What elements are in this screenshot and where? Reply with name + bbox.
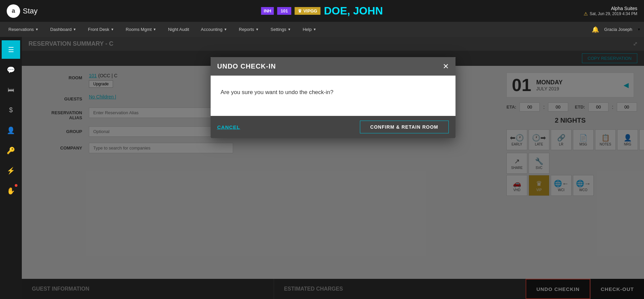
- content-panel: RESERVATION SUMMARY - C ⤢ COPY RESERVATI…: [22, 37, 644, 299]
- nav-dashboard-label: Dashboard: [50, 27, 72, 32]
- undo-checkin-modal: UNDO CHECK-IN ✕ Are you sure you want to…: [211, 57, 455, 138]
- sidebar-badge: [15, 184, 17, 187]
- datetime-text: Sat, Jun 29, 2019 4:34 PM: [590, 11, 637, 16]
- sidebar-key-icon[interactable]: 🔑: [2, 141, 20, 160]
- nav-frontdesk[interactable]: Front Desk ▼: [83, 24, 119, 35]
- nav-frontdesk-label: Front Desk: [88, 27, 109, 32]
- user-arrow: ▼: [637, 28, 641, 31]
- nav-rooms-arrow: ▼: [153, 28, 156, 31]
- modal-cancel-button[interactable]: CANCEL: [217, 124, 240, 130]
- nav-help-arrow: ▼: [313, 28, 316, 31]
- modal-body: Are you sure you want to undo the check-…: [211, 76, 455, 116]
- nav-nightaudit-label: Night Audit: [168, 27, 189, 32]
- nav-reservations[interactable]: Reservations ▼: [3, 24, 44, 35]
- nav-settings-arrow: ▼: [288, 28, 291, 31]
- logo-icon: a: [7, 4, 20, 18]
- sidebar-person-icon[interactable]: 👤: [2, 121, 20, 139]
- modal-title: UNDO CHECK-IN: [217, 62, 276, 70]
- nav-reports-arrow: ▼: [256, 28, 259, 31]
- nav-reservations-label: Reservations: [8, 27, 34, 32]
- modal-question: Are you sure you want to undo the check-…: [221, 89, 445, 96]
- sidebar-lightning-icon[interactable]: ⚡: [2, 161, 20, 180]
- badge-inh: INH: [261, 7, 274, 15]
- sidebar-bed-icon[interactable]: 🛏: [2, 81, 20, 99]
- nav-rooms-label: Rooms Mgmt: [126, 27, 152, 32]
- nav-right: 🔔 Gracia Joseph ▼: [592, 26, 641, 33]
- nav-help[interactable]: Help ▼: [298, 24, 321, 35]
- sidebar-dollar-icon[interactable]: $: [2, 101, 20, 119]
- sidebar-menu-icon[interactable]: ☰: [2, 40, 20, 59]
- nav-bar: Reservations ▼ Dashboard ▼ Front Desk ▼ …: [0, 22, 644, 37]
- nav-settings-label: Settings: [271, 27, 286, 32]
- property-name: Alpha Suites: [584, 6, 637, 11]
- modal-overlay: UNDO CHECK-IN ✕ Are you sure you want to…: [22, 37, 644, 299]
- main-area: ☰ 💬 🛏 $ 👤 🔑 ⚡ ✋ RESERVATION SUMMARY - C …: [0, 37, 644, 299]
- nav-frontdesk-arrow: ▼: [111, 28, 114, 31]
- nav-nightaudit[interactable]: Night Audit: [163, 24, 194, 35]
- sidebar-chat-icon[interactable]: 💬: [2, 60, 20, 79]
- nav-dashboard-arrow: ▼: [73, 28, 76, 31]
- nav-dashboard[interactable]: Dashboard ▼: [45, 24, 82, 35]
- modal-header: UNDO CHECK-IN ✕: [211, 57, 455, 76]
- warning-icon: ⚠: [584, 11, 588, 16]
- logo-text: Stay: [23, 7, 38, 15]
- vip-text: VIPGG: [303, 8, 317, 13]
- nav-accounting[interactable]: Accounting ▼: [196, 24, 232, 35]
- sidebar-hand-icon[interactable]: ✋: [2, 181, 20, 200]
- nav-reports[interactable]: Reports ▼: [234, 24, 264, 35]
- bell-icon[interactable]: 🔔: [592, 26, 599, 33]
- property-info: Alpha Suites ⚠ Sat, Jun 29, 2019 4:34 PM: [584, 6, 637, 16]
- modal-close-button[interactable]: ✕: [443, 63, 449, 70]
- nav-help-label: Help: [303, 27, 312, 32]
- nav-reports-label: Reports: [239, 27, 254, 32]
- datetime: ⚠ Sat, Jun 29, 2019 4:34 PM: [584, 11, 637, 16]
- modal-confirm-button[interactable]: CONFIRM & RETAIN ROOM: [360, 121, 449, 133]
- crown-icon: ♛: [298, 8, 302, 13]
- nav-accounting-arrow: ▼: [224, 28, 227, 31]
- left-sidebar: ☰ 💬 🛏 $ 👤 🔑 ⚡ ✋: [0, 37, 22, 299]
- nav-accounting-label: Accounting: [201, 27, 222, 32]
- nav-reservations-arrow: ▼: [35, 28, 39, 31]
- nav-settings[interactable]: Settings ▼: [266, 24, 296, 35]
- top-header: a Stay INH 101 ♛ VIPGG DOE, JOHN Alpha S…: [0, 0, 644, 22]
- user-name: Gracia Joseph: [604, 27, 632, 32]
- nav-rooms[interactable]: Rooms Mgmt ▼: [121, 24, 161, 35]
- modal-footer: CANCEL CONFIRM & RETAIN ROOM: [211, 116, 455, 138]
- guest-name: DOE, JOHN: [324, 5, 383, 17]
- logo-area: a Stay: [7, 4, 38, 18]
- badge-vip: ♛ VIPGG: [294, 7, 320, 15]
- center-info: INH 101 ♛ VIPGG DOE, JOHN: [261, 5, 383, 17]
- badge-room: 101: [277, 7, 291, 15]
